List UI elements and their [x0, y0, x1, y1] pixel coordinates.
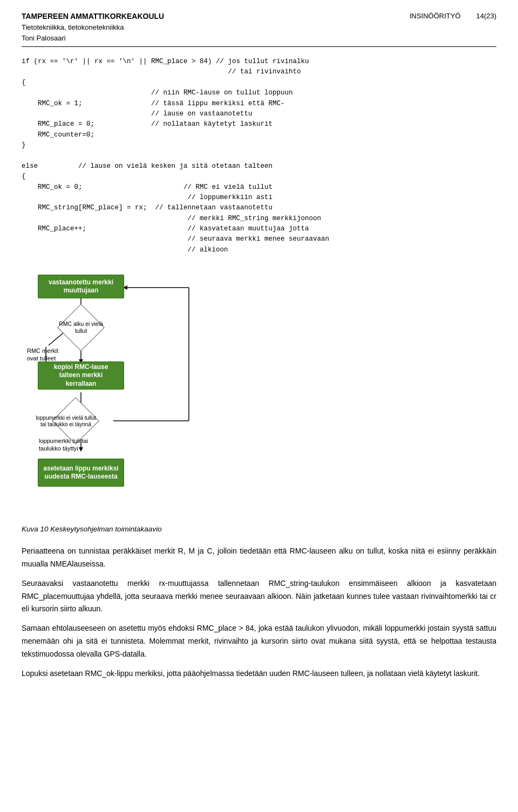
fc-label-rmc-chars: RMC merkitovat tulleet	[27, 347, 64, 363]
doc-type: INSINÖÖRITYÖ	[410, 12, 461, 20]
fc-box-set-flag: asetetaan lippu merkiksiuudesta RMC-laus…	[38, 459, 124, 487]
flowchart-diagram: vastaanotettu merkkimuuttujaan RMC alku …	[27, 267, 221, 515]
author-name: Toni Palosaari	[22, 33, 164, 44]
header-left: TAMPEREEN AMMATTIKORKEAKOULU Tietoteknii…	[22, 11, 164, 43]
fc-box-received-char: vastaanotettu merkkimuuttujaan	[38, 275, 124, 298]
fc-label-end-marker-arrived: loppumerkki tuli taitaulukko täyttyi	[39, 437, 88, 453]
header-right: INSINÖÖRITYÖ 14(23)	[410, 11, 496, 22]
body-paragraph: Seuraavaksi vastaanotettu merkki rx-muut…	[22, 577, 496, 616]
body-paragraph: Periaatteena on tunnistaa peräkkäiset me…	[22, 545, 496, 571]
page-number: 14(23)	[476, 12, 496, 20]
fc-diamond-rmc-start: RMC alku ei vielätullut	[57, 309, 105, 346]
fc-diamond-end-marker: loppumerkki ei vielä tulluttai taulukko …	[38, 406, 113, 436]
flowchart-container: vastaanotettu merkkimuuttujaan RMC alku …	[22, 267, 496, 515]
body-paragraph: Samaan ehtolauseeseen on asetettu myös e…	[22, 622, 496, 660]
code-block: if (rx == '\r' || rx == '\n' || RMC_plac…	[22, 57, 496, 255]
institution-name: TAMPEREEN AMMATTIKORKEAKOULU	[22, 11, 164, 22]
body-text: Periaatteena on tunnistaa peräkkäiset me…	[22, 545, 496, 680]
figure-caption: Kuva 10 Keskeytysohjelman toimintakaavio	[22, 525, 496, 533]
department: Tietotekniikka, tietokonetekniikka	[22, 22, 164, 33]
page-header: TAMPEREEN AMMATTIKORKEAKOULU Tietoteknii…	[22, 11, 496, 47]
body-paragraph: Lopuksi asetetaan RMC_ok-lippu merkiksi,…	[22, 667, 496, 680]
fc-box-copy-rmc: kopioi RMC-lausetalteen merkkikerrallaan	[38, 361, 124, 390]
